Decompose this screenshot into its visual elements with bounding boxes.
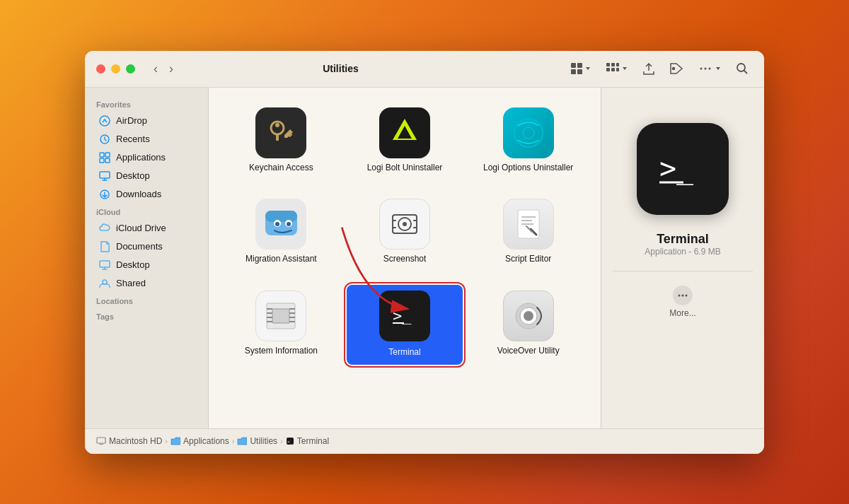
gallery-view-button[interactable] bbox=[601, 59, 633, 78]
close-button[interactable] bbox=[96, 64, 105, 74]
file-item-keychain[interactable]: Keychain Access bbox=[223, 102, 340, 180]
file-grid-container: Keychain Access Logi Bolt Uninstaller bbox=[223, 102, 587, 365]
svg-point-33 bbox=[519, 123, 538, 143]
sidebar-item-icloud-drive[interactable]: iCloud Drive bbox=[88, 219, 205, 238]
favorites-label: Favorites bbox=[85, 96, 208, 112]
sysinfo-icon bbox=[255, 291, 306, 341]
sidebar-item-documents[interactable]: Documents bbox=[88, 238, 205, 256]
airdrop-label: AirDrop bbox=[116, 115, 147, 126]
file-item-voiceover[interactable]: VoiceOver Utility bbox=[470, 285, 587, 365]
macintosh-hd-icon bbox=[96, 437, 106, 445]
svg-rect-24 bbox=[100, 261, 110, 267]
logioptions-icon bbox=[503, 107, 554, 158]
svg-rect-5 bbox=[611, 63, 615, 66]
breadcrumb-utilities-label: Utilities bbox=[250, 436, 277, 446]
desktop-icloud-label: Desktop bbox=[116, 259, 150, 270]
main-content: Favorites AirDrop Recents bbox=[85, 88, 764, 428]
desktop-icon bbox=[99, 170, 110, 182]
breadcrumb-utilities[interactable]: Utilities bbox=[237, 436, 277, 446]
utilities-folder-icon bbox=[237, 437, 247, 445]
svg-point-67 bbox=[682, 294, 684, 296]
terminal-label: Terminal bbox=[381, 346, 427, 360]
voiceover-label: VoiceOver Utility bbox=[497, 346, 560, 357]
svg-point-68 bbox=[686, 294, 688, 296]
tags-label: Tags bbox=[85, 308, 208, 324]
sidebar-item-desktop[interactable]: Desktop bbox=[88, 167, 205, 185]
file-item-logibolt[interactable]: Logi Bolt Uninstaller bbox=[347, 102, 463, 180]
svg-rect-27 bbox=[276, 134, 279, 141]
sidebar-item-downloads[interactable]: Downloads bbox=[88, 185, 205, 204]
voiceover-icon bbox=[503, 291, 554, 341]
sidebar-item-desktop-icloud[interactable]: Desktop bbox=[88, 256, 205, 274]
applications-folder-icon bbox=[171, 437, 180, 445]
svg-line-15 bbox=[744, 71, 748, 74]
breadcrumb-terminal-label: Terminal bbox=[297, 436, 329, 446]
svg-rect-9 bbox=[616, 68, 619, 71]
svg-rect-49 bbox=[272, 309, 289, 323]
title-bar: ‹ › Utilities bbox=[85, 51, 764, 88]
svg-rect-70 bbox=[99, 444, 103, 445]
locations-label: Locations bbox=[85, 293, 208, 308]
logibolt-label: Logi Bolt Uninstaller bbox=[367, 163, 443, 174]
svg-text:>_: >_ bbox=[287, 439, 293, 445]
keychain-icon bbox=[255, 107, 306, 158]
sidebar-item-applications[interactable]: Applications bbox=[88, 148, 205, 167]
file-item-screenshot[interactable]: Screenshot bbox=[347, 193, 463, 271]
breadcrumb-macintosh-hd[interactable]: Macintosh HD bbox=[96, 436, 162, 446]
applications-icon bbox=[99, 152, 110, 163]
keychain-label: Keychain Access bbox=[249, 163, 313, 174]
desktop-icloud-icon bbox=[99, 259, 110, 271]
share-button[interactable] bbox=[638, 59, 659, 78]
breadcrumb-sep-2: › bbox=[232, 437, 235, 445]
svg-rect-18 bbox=[100, 153, 104, 157]
svg-point-14 bbox=[737, 64, 745, 71]
migration-icon bbox=[255, 199, 306, 250]
icloud-drive-label: iCloud Drive bbox=[116, 223, 166, 233]
file-item-migration[interactable]: Migration Assistant bbox=[223, 193, 340, 271]
file-item-scripteditor[interactable]: Script Editor bbox=[470, 193, 587, 271]
preview-app-icon: >_ bbox=[637, 123, 729, 215]
file-item-logioptions[interactable]: Logi Options Uninstaller bbox=[470, 102, 587, 180]
preview-panel: >_ Terminal Application - 6.9 MB More... bbox=[601, 88, 764, 428]
svg-point-13 bbox=[709, 68, 711, 70]
svg-point-16 bbox=[100, 116, 110, 126]
svg-point-39 bbox=[275, 222, 279, 226]
breadcrumb-applications[interactable]: Applications bbox=[171, 436, 229, 446]
file-area: Keychain Access Logi Bolt Uninstaller bbox=[209, 88, 601, 428]
svg-text:>_: >_ bbox=[659, 152, 694, 185]
more-button[interactable]: More... bbox=[669, 286, 695, 318]
breadcrumb-terminal[interactable]: >_ Terminal bbox=[286, 436, 329, 446]
icloud-label: iCloud bbox=[85, 204, 208, 219]
sidebar-item-shared[interactable]: Shared bbox=[88, 274, 205, 293]
svg-rect-6 bbox=[616, 63, 619, 66]
svg-text:>_: >_ bbox=[393, 307, 412, 324]
logioptions-label: Logi Options Uninstaller bbox=[483, 163, 573, 174]
search-button[interactable] bbox=[732, 59, 753, 78]
file-grid: Keychain Access Logi Bolt Uninstaller bbox=[223, 102, 587, 365]
file-item-sysinfo[interactable]: System Information bbox=[223, 285, 340, 365]
window-title: Utilities bbox=[115, 63, 566, 74]
preview-title: Terminal bbox=[645, 232, 720, 247]
svg-rect-21 bbox=[105, 158, 110, 163]
scripteditor-label: Script Editor bbox=[505, 254, 551, 265]
sysinfo-label: System Information bbox=[245, 346, 318, 357]
svg-rect-36 bbox=[265, 211, 297, 222]
svg-point-10 bbox=[673, 68, 675, 70]
svg-rect-8 bbox=[611, 68, 615, 71]
downloads-label: Downloads bbox=[116, 189, 161, 199]
documents-icon bbox=[99, 241, 110, 252]
more-circle-icon bbox=[673, 286, 693, 305]
terminal-breadcrumb-icon: >_ bbox=[286, 437, 294, 445]
svg-rect-3 bbox=[577, 69, 582, 74]
svg-point-66 bbox=[678, 294, 681, 296]
svg-rect-22 bbox=[100, 172, 110, 178]
svg-point-11 bbox=[700, 68, 703, 70]
view-grid-button[interactable] bbox=[566, 59, 596, 78]
tag-button[interactable] bbox=[665, 59, 688, 78]
sidebar-item-airdrop[interactable]: AirDrop bbox=[88, 112, 205, 130]
more-options-button[interactable] bbox=[693, 59, 726, 78]
file-item-terminal[interactable]: >_ Terminal bbox=[347, 285, 463, 365]
svg-rect-19 bbox=[105, 153, 110, 157]
sidebar-item-recents[interactable]: Recents bbox=[88, 130, 205, 148]
recents-label: Recents bbox=[116, 134, 150, 144]
